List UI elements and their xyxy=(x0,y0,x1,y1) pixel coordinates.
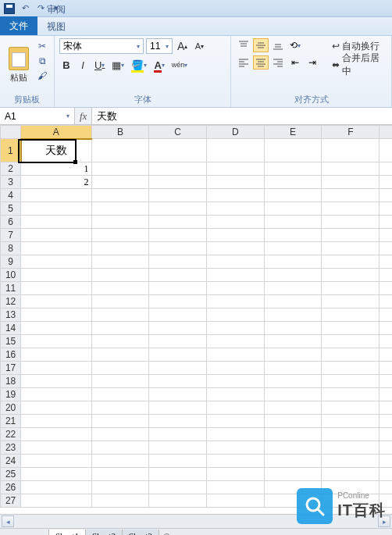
cell-B2[interactable] xyxy=(91,162,149,176)
cell-D20[interactable] xyxy=(207,401,265,415)
cell-A12[interactable] xyxy=(21,295,91,309)
cell-E11[interactable] xyxy=(264,282,322,295)
sheet-nav-last[interactable]: ⏭ xyxy=(35,530,46,536)
cell-F8[interactable] xyxy=(322,242,380,255)
cell-B24[interactable] xyxy=(91,455,149,468)
col-header-D[interactable]: D xyxy=(207,126,265,139)
bold-button[interactable]: B xyxy=(59,57,73,73)
cell-C7[interactable] xyxy=(149,229,207,242)
cell-D21[interactable] xyxy=(207,415,265,428)
cell-F3[interactable] xyxy=(322,176,380,189)
cell-C12[interactable] xyxy=(149,295,207,309)
cell-E19[interactable] xyxy=(264,388,322,401)
cell-C24[interactable] xyxy=(149,455,207,468)
cell-F24[interactable] xyxy=(322,455,380,468)
cell-F15[interactable] xyxy=(322,335,380,348)
cell-G12[interactable] xyxy=(380,295,392,309)
decrease-font-icon[interactable]: A▾ xyxy=(192,38,206,54)
cell-C14[interactable] xyxy=(149,322,207,335)
cell-B26[interactable] xyxy=(91,481,149,494)
cell-E18[interactable] xyxy=(264,375,322,388)
cell-F14[interactable] xyxy=(322,322,380,335)
underline-button[interactable]: U ▾ xyxy=(92,57,107,73)
cell-G9[interactable] xyxy=(380,255,392,269)
cell-D10[interactable] xyxy=(207,269,265,282)
cell-G25[interactable] xyxy=(380,468,392,481)
align-right-icon[interactable] xyxy=(270,55,286,70)
cell-D8[interactable] xyxy=(207,242,265,255)
row-header-5[interactable]: 5 xyxy=(1,202,21,216)
align-bottom-icon[interactable] xyxy=(270,38,286,52)
cell-G23[interactable] xyxy=(380,441,392,455)
row-header-20[interactable]: 20 xyxy=(1,401,21,415)
cell-G20[interactable] xyxy=(380,401,392,415)
cell-E14[interactable] xyxy=(264,322,322,335)
cell-B23[interactable] xyxy=(91,441,149,455)
italic-button[interactable]: I xyxy=(76,57,90,73)
cell-G2[interactable] xyxy=(380,162,392,176)
cell-A2[interactable]: 1 xyxy=(21,162,91,176)
cell-B8[interactable] xyxy=(91,242,149,255)
align-middle-icon[interactable] xyxy=(253,38,269,52)
cell-G22[interactable] xyxy=(380,428,392,441)
cell-D2[interactable] xyxy=(207,162,265,176)
cell-B21[interactable] xyxy=(91,415,149,428)
row-header-1[interactable]: 1 xyxy=(1,139,21,162)
cell-G19[interactable] xyxy=(380,388,392,401)
cell-E22[interactable] xyxy=(264,428,322,441)
sheet-tab-Sheet2[interactable]: Sheet2 xyxy=(85,530,123,535)
cell-A17[interactable] xyxy=(21,362,91,375)
cell-A14[interactable] xyxy=(21,322,91,335)
cell-F12[interactable] xyxy=(322,295,380,309)
cell-C6[interactable] xyxy=(149,216,207,229)
cell-C18[interactable] xyxy=(149,375,207,388)
cell-F19[interactable] xyxy=(322,388,380,401)
row-header-10[interactable]: 10 xyxy=(1,269,21,282)
cell-E23[interactable] xyxy=(264,441,322,455)
cell-C21[interactable] xyxy=(149,415,207,428)
cell-D22[interactable] xyxy=(207,428,265,441)
sheet-nav-prev[interactable]: ◂ xyxy=(13,530,24,536)
cell-G11[interactable] xyxy=(380,282,392,295)
row-header-26[interactable]: 26 xyxy=(1,481,21,494)
row-header-18[interactable]: 18 xyxy=(1,375,21,388)
cell-C17[interactable] xyxy=(149,362,207,375)
font-color-button[interactable]: A ▾ xyxy=(151,57,166,73)
cell-A22[interactable] xyxy=(21,428,91,441)
sheet-tab-Sheet1[interactable]: Sheet1 xyxy=(48,530,86,535)
cell-G13[interactable] xyxy=(380,309,392,322)
cell-C8[interactable] xyxy=(149,242,207,255)
cell-C19[interactable] xyxy=(149,388,207,401)
new-sheet-button[interactable]: ⊕ xyxy=(159,530,175,535)
cell-A11[interactable] xyxy=(21,282,91,295)
row-header-19[interactable]: 19 xyxy=(1,388,21,401)
cell-C13[interactable] xyxy=(149,309,207,322)
col-header-A[interactable]: A xyxy=(21,126,91,139)
row-header-16[interactable]: 16 xyxy=(1,348,21,362)
font-name-select[interactable]: 宋体▾ xyxy=(59,38,144,54)
cell-F6[interactable] xyxy=(322,216,380,229)
cell-A18[interactable] xyxy=(21,375,91,388)
cell-D18[interactable] xyxy=(207,375,265,388)
cell-A5[interactable] xyxy=(21,202,91,216)
cell-D23[interactable] xyxy=(207,441,265,455)
undo-button[interactable]: ↶ xyxy=(19,2,31,15)
cell-D16[interactable] xyxy=(207,348,265,362)
cell-D7[interactable] xyxy=(207,229,265,242)
tab-file[interactable]: 文件 xyxy=(0,16,37,35)
cell-G4[interactable] xyxy=(380,189,392,202)
cell-F25[interactable] xyxy=(322,468,380,481)
cell-G17[interactable] xyxy=(380,362,392,375)
cell-C20[interactable] xyxy=(149,401,207,415)
cell-E7[interactable] xyxy=(264,229,322,242)
orientation-icon[interactable]: ⟲▾ xyxy=(287,38,303,52)
cell-G7[interactable] xyxy=(380,229,392,242)
cell-E25[interactable] xyxy=(264,468,322,481)
cell-A3[interactable]: 2 xyxy=(21,176,91,189)
paste-icon[interactable] xyxy=(9,47,29,70)
fill-color-button[interactable]: 🪣 ▾ xyxy=(129,57,149,73)
cell-C15[interactable] xyxy=(149,335,207,348)
cell-F10[interactable] xyxy=(322,269,380,282)
cell-A26[interactable] xyxy=(21,481,91,494)
cell-E5[interactable] xyxy=(264,202,322,216)
